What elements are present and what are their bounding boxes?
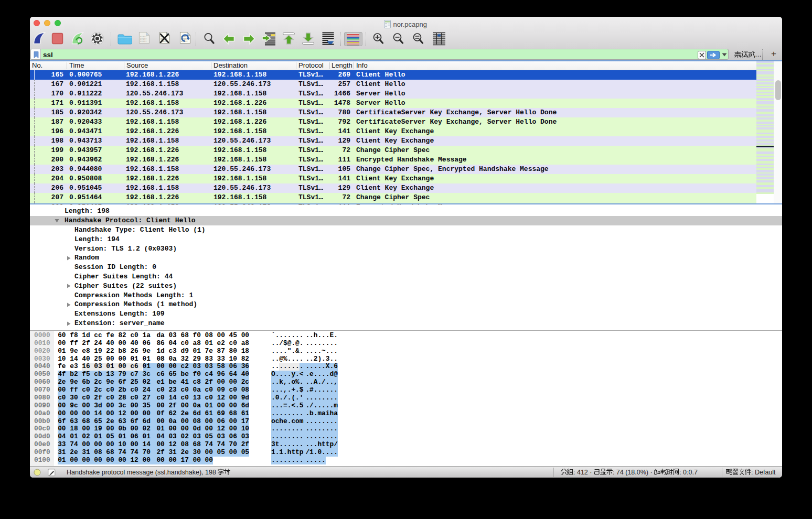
svg-text:01011: 01011 xyxy=(140,40,147,42)
